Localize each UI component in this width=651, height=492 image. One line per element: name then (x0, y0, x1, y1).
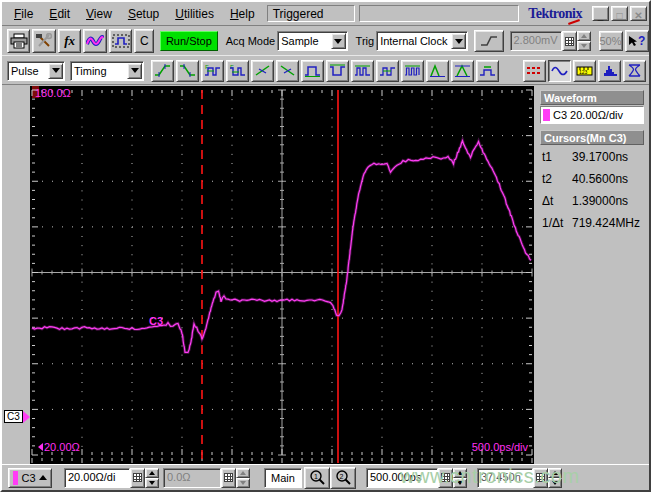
channel-select-button[interactable]: C3 (8, 468, 52, 488)
tektronix-logo: Tektronix (528, 6, 582, 22)
svg-text:1: 1 (314, 473, 318, 480)
vertical-offset-stepper[interactable] (236, 468, 250, 488)
measure-pos-pulse-button[interactable] (301, 60, 324, 82)
spin-down-icon[interactable] (577, 41, 591, 51)
minimize-button[interactable]: _ (592, 6, 609, 21)
pulse-select-button[interactable] (109, 29, 132, 53)
math-formula-button[interactable]: fx (58, 29, 81, 53)
vertical-scale-spinner[interactable]: 20.00Ω/di (64, 467, 159, 488)
menu-edit[interactable]: Edit (41, 5, 78, 23)
menu-file[interactable]: File (6, 5, 41, 23)
c-acquisition-button[interactable]: C (134, 29, 154, 53)
trig-label: Trig (356, 35, 375, 47)
measure-ruler-icon: 123 (576, 64, 593, 77)
measure-amplitude-button[interactable] (451, 60, 474, 82)
main-timebase-button[interactable]: Main (264, 468, 302, 488)
set-level-50pct-button[interactable]: 50% (599, 31, 623, 51)
spin-up-icon[interactable] (577, 31, 591, 41)
measure-neg-pulse-button[interactable] (326, 60, 349, 82)
setup-tools-button[interactable] (32, 29, 55, 53)
waveform-color-button[interactable] (83, 29, 106, 53)
measure-settle-button[interactable] (476, 60, 499, 82)
rise-time-icon (154, 64, 171, 77)
cursors-icon (526, 64, 543, 77)
chevron-up-icon (39, 475, 47, 480)
measure-neg-width-button[interactable]: F (226, 60, 249, 82)
channel-scale-row[interactable]: C3 20.00Ω/div (540, 106, 644, 124)
menu-utilities[interactable]: Utilities (167, 5, 222, 23)
waveform-display-button[interactable] (548, 60, 571, 82)
cursors-panel-header: Cursors(Mn C3) (540, 130, 644, 145)
negative-width-icon: F (229, 64, 246, 77)
burst-icon (354, 64, 371, 77)
measure-fall-time-button[interactable] (176, 60, 199, 82)
chevron-down-icon[interactable] (127, 63, 142, 79)
spin-down-icon[interactable] (236, 478, 250, 488)
magnifier-2-button[interactable]: 2 (330, 467, 356, 489)
graticule-and-trace[interactable] (30, 86, 534, 464)
trig-source-select[interactable]: Internal Clock (376, 31, 468, 51)
vertical-scale-value[interactable]: 20.00Ω/di (64, 468, 130, 488)
measure-cross-up-button[interactable] (251, 60, 274, 82)
measure-frequency-button[interactable] (401, 60, 424, 82)
chevron-down-icon[interactable] (331, 33, 346, 49)
magnifier-1-button[interactable]: 1 (304, 467, 330, 489)
measurement-readout-button[interactable]: 123 (573, 60, 596, 82)
vertical-offset-spinner[interactable]: 0.0Ω (163, 467, 250, 488)
measure-rise-time-button[interactable] (151, 60, 174, 82)
minimize-icon: _ (598, 11, 604, 20)
measure-burst-button[interactable] (351, 60, 374, 82)
run-stop-button[interactable]: Run/Stop (160, 31, 218, 51)
channel-position-marker[interactable]: C3 (4, 410, 30, 423)
settle-top-icon (479, 64, 496, 77)
spin-up-icon[interactable] (145, 468, 159, 478)
acq-mode-select[interactable]: Sample (277, 31, 347, 51)
keypad-icon[interactable] (221, 468, 236, 488)
spin-up-icon[interactable] (236, 468, 250, 478)
keypad-icon[interactable] (562, 31, 577, 51)
measure-group-select[interactable]: Timing (70, 61, 144, 81)
trigger-level-spinner[interactable]: 2.800mV (510, 31, 591, 52)
channel-marker-label: C3 (4, 410, 23, 423)
vertical-top-scale-label: 180.0Ω (35, 87, 71, 99)
channel-scale-text: C3 20.00Ω/div (553, 109, 623, 121)
trigger-slope-button[interactable] (474, 30, 503, 52)
menu-help[interactable]: Help (222, 5, 263, 23)
measure-cross-down-button[interactable] (276, 60, 299, 82)
context-help-button[interactable]: ? (625, 30, 649, 52)
vertical-scale-stepper[interactable] (145, 468, 159, 488)
vertical-bottom-scale-label: 20.00Ω (38, 441, 80, 453)
measure-pos-peak-button[interactable] (426, 60, 449, 82)
cursor-readout-inv-dt: 1/Δt719.424MHz (542, 216, 644, 235)
eye-diagram-button[interactable] (623, 60, 646, 82)
keypad-icon[interactable] (130, 468, 145, 488)
c-label: C (140, 34, 149, 48)
menu-setup[interactable]: Setup (120, 5, 167, 23)
print-button[interactable] (7, 29, 30, 53)
waveform-graticule[interactable]: 180.0Ω 20.00Ω 500.0ps/div C3 (30, 86, 534, 464)
measure-category-value: Pulse (8, 65, 47, 77)
measure-category-select[interactable]: Pulse (7, 61, 65, 81)
positive-width-icon: F (204, 64, 221, 77)
trigger-level-stepper[interactable] (577, 31, 591, 51)
histogram-button[interactable] (598, 60, 621, 82)
vertical-offset-value: 0.0Ω (163, 468, 221, 488)
close-button[interactable]: ✕ (630, 6, 647, 21)
trigger-status-field: Triggered (267, 5, 355, 22)
measure-pos-width-button[interactable]: F (201, 60, 224, 82)
amplitude-peak-icon (454, 64, 471, 77)
chevron-down-icon[interactable] (451, 33, 466, 49)
trace-channel-tag: C3 (149, 315, 163, 327)
close-icon: ✕ (634, 11, 642, 20)
cursor-readout-t2: t240.5600ns (542, 172, 644, 191)
hammer-wrench-icon (35, 33, 53, 49)
spin-down-icon[interactable] (145, 478, 159, 488)
restore-button[interactable]: □ (611, 6, 628, 21)
chevron-down-icon[interactable] (48, 63, 63, 79)
waveform-display-icon (551, 64, 568, 77)
fall-time-icon (179, 64, 196, 77)
crossing-down-icon (279, 64, 296, 77)
cursors-button[interactable] (523, 60, 546, 82)
menu-view[interactable]: View (78, 5, 120, 23)
measure-period-button[interactable] (376, 60, 399, 82)
